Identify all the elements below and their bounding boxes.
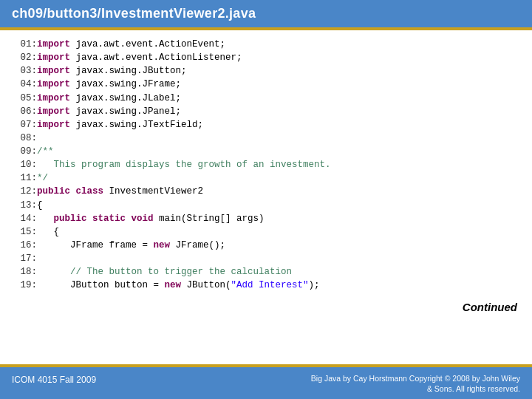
table-row: 15: { [15, 225, 517, 239]
table-row: 03:import javax.swing.JButton; [15, 64, 517, 78]
code-segment-plain: javax.swing.JButton; [70, 66, 187, 76]
code-segment-plain [126, 214, 132, 224]
table-row: 06:import javax.swing.JPanel; [15, 105, 517, 118]
code-segment-plain: java.awt.event.ActionEvent; [70, 39, 225, 50]
line-code: // The button to trigger the calculation [37, 265, 517, 279]
line-code: import java.awt.event.ActionListener; [37, 51, 517, 64]
code-table: 01:import java.awt.event.ActionEvent;02:… [15, 38, 517, 292]
line-number: 11: [15, 171, 37, 185]
code-segment-plain: { [37, 200, 43, 211]
code-segment-plain [87, 214, 93, 224]
line-number: 18: [15, 265, 37, 279]
line-code: { [37, 199, 517, 212]
line-number: 03: [15, 64, 37, 78]
page-title: ch09/button3/InvestmentViewer2.java [12, 6, 256, 21]
table-row: 07:import javax.swing.JTextField; [15, 118, 517, 132]
code-segment-comment: This program displays the growth of an i… [37, 160, 331, 170]
code-area: 01:import java.awt.event.ActionEvent;02:… [0, 30, 532, 299]
table-row: 17: [15, 252, 517, 265]
code-segment-plain: JFrame(); [170, 240, 225, 250]
line-number: 04: [15, 78, 37, 91]
code-segment-comment: */ [37, 173, 48, 183]
code-segment-kw: static [92, 214, 126, 224]
line-number: 09: [15, 145, 37, 158]
line-code: import javax.swing.JTextField; [37, 118, 517, 132]
code-segment-plain [37, 214, 54, 224]
table-row: 05:import javax.swing.JLabel; [15, 92, 517, 105]
line-code: public static void main(String[] args) [37, 212, 517, 225]
code-segment-plain [70, 186, 76, 197]
footer-right: Big Java by Cay Horstmann Copyright © 20… [311, 372, 520, 395]
line-code: */ [37, 171, 517, 185]
continued-area: Continued [0, 299, 532, 317]
line-code: JFrame frame = new JFrame(); [37, 239, 517, 252]
table-row: 01:import java.awt.event.ActionEvent; [15, 38, 517, 51]
line-code: import javax.swing.JButton; [37, 64, 517, 78]
line-code: /** [37, 145, 517, 158]
line-number: 10: [15, 158, 37, 171]
code-segment-kw: new [165, 280, 182, 290]
code-segment-kw: import [37, 79, 70, 89]
code-segment-kw: import [37, 93, 70, 103]
line-code: JButton button = new JButton("Add Intere… [37, 279, 517, 292]
line-number: 19: [15, 279, 37, 292]
code-segment-kw: public [54, 214, 87, 224]
line-code [37, 252, 517, 265]
code-segment-plain: javax.swing.JTextField; [70, 120, 203, 130]
line-number: 01: [15, 38, 37, 51]
code-segment-kw: import [37, 52, 70, 63]
line-code: import javax.swing.JFrame; [37, 78, 517, 91]
footer-right-line2: & Sons. All rights reserved. [311, 383, 520, 395]
table-row: 10: This program displays the growth of … [15, 158, 517, 171]
line-code: { [37, 225, 517, 239]
table-row: 08: [15, 132, 517, 145]
line-number: 07: [15, 118, 37, 132]
code-segment-plain: javax.swing.JPanel; [70, 106, 181, 117]
line-number: 12: [15, 185, 37, 198]
table-row: 04:import javax.swing.JFrame; [15, 78, 517, 91]
code-segment-kw: import [37, 66, 70, 76]
line-code: This program displays the growth of an i… [37, 158, 517, 171]
line-number: 14: [15, 212, 37, 225]
code-segment-plain: JFrame frame = [37, 240, 154, 250]
table-row: 12:public class InvestmentViewer2 [15, 185, 517, 198]
code-segment-kw: import [37, 106, 70, 117]
code-segment-plain: InvestmentViewer2 [103, 186, 203, 197]
code-segment-comment: // The button to trigger the calculation [37, 267, 292, 277]
code-segment-comment: /** [37, 146, 54, 157]
table-row: 16: JFrame frame = new JFrame(); [15, 239, 517, 252]
code-segment-plain: ); [309, 280, 320, 290]
line-number: 05: [15, 92, 37, 105]
code-segment-plain: javax.swing.JLabel; [70, 93, 181, 103]
code-segment-kw: import [37, 120, 70, 130]
line-code: import javax.swing.JLabel; [37, 92, 517, 105]
line-code: public class InvestmentViewer2 [37, 185, 517, 198]
line-number: 17: [15, 252, 37, 265]
line-number: 02: [15, 51, 37, 64]
footer-bottom: ICOM 4015 Fall 2009 Big Java by Cay Hors… [0, 367, 532, 399]
code-segment-kw: new [154, 240, 171, 250]
table-row: 02:import java.awt.event.ActionListener; [15, 51, 517, 64]
line-number: 06: [15, 105, 37, 118]
table-row: 13:{ [15, 199, 517, 212]
code-segment-plain: javax.swing.JFrame; [70, 79, 181, 89]
line-code: import javax.swing.JPanel; [37, 105, 517, 118]
footer-right-line1: Big Java by Cay Horstmann Copyright © 20… [311, 373, 520, 384]
code-segment-kw: class [76, 186, 104, 197]
code-segment-plain: JButton( [181, 280, 231, 290]
table-row: 09:/** [15, 145, 517, 158]
table-row: 18: // The button to trigger the calcula… [15, 265, 517, 279]
title-bar: ch09/button3/InvestmentViewer2.java [0, 0, 532, 27]
code-segment-plain: JButton button = [37, 280, 165, 290]
code-segment-plain: java.awt.event.ActionListener; [70, 52, 242, 63]
line-number: 15: [15, 225, 37, 239]
continued-text: Continued [463, 301, 517, 313]
table-row: 19: JButton button = new JButton("Add In… [15, 279, 517, 292]
line-code: import java.awt.event.ActionEvent; [37, 38, 517, 51]
table-row: 11:*/ [15, 171, 517, 185]
line-code [37, 132, 517, 145]
line-number: 13: [15, 199, 37, 212]
code-segment-kw: void [132, 214, 154, 224]
code-segment-kw: import [37, 39, 70, 50]
footer-left: ICOM 4015 Fall 2009 [12, 372, 96, 385]
